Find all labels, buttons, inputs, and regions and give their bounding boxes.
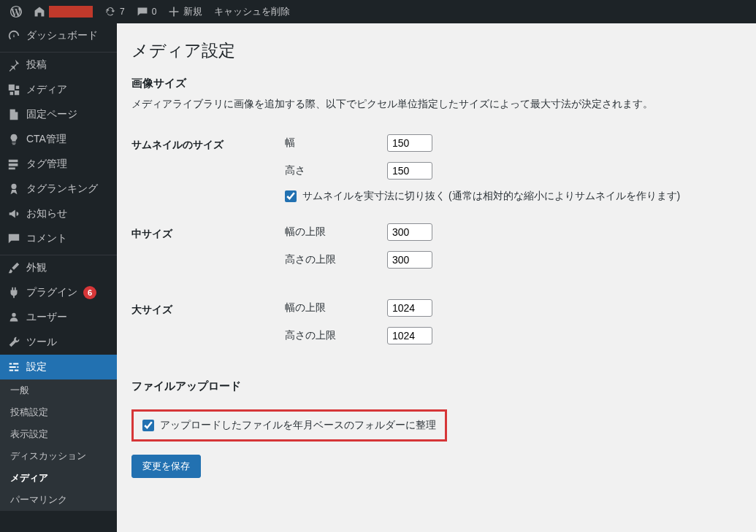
page-icon bbox=[7, 108, 20, 121]
sidebar-item-label: タグ管理 bbox=[26, 158, 67, 171]
sidebar-item-label: コメント bbox=[26, 232, 67, 245]
sidebar-item-label: 外観 bbox=[26, 261, 47, 274]
megaphone-icon bbox=[7, 207, 20, 220]
home-icon bbox=[34, 6, 45, 18]
main-content: メディア設定 画像サイズ メディアライブラリに画像を追加する際、以下でピクセル単… bbox=[117, 23, 756, 507]
sliders-icon bbox=[7, 361, 20, 374]
new-content-link[interactable]: 新規 bbox=[162, 0, 208, 23]
upload-organize-highlight: アップロードしたファイルを年月ベースのフォルダーに整理 bbox=[131, 409, 447, 442]
sidebar-item-pages[interactable]: 固定ページ bbox=[0, 102, 117, 127]
submenu-writing[interactable]: 投稿設定 bbox=[0, 401, 117, 423]
thumbnail-crop-checkbox[interactable] bbox=[285, 190, 297, 202]
medium-height-label: 高さの上限 bbox=[285, 253, 387, 266]
sidebar-item-label: 投稿 bbox=[26, 58, 47, 72]
submenu-permalink[interactable]: パーマリンク bbox=[0, 489, 117, 507]
admin-sidebar: ダッシュボード 投稿 メディア 固定ページ CTA管理 タグ管理 タグランキング… bbox=[0, 23, 117, 507]
sidebar-item-cta[interactable]: CTA管理 bbox=[0, 127, 117, 152]
tag-icon bbox=[7, 158, 20, 171]
sidebar-item-plugins[interactable]: プラグイン 6 bbox=[0, 280, 117, 305]
wordpress-icon bbox=[10, 6, 22, 18]
image-sizes-table: サムネイルのサイズ 幅 高さ サムネイルを実寸法に切り抜く (通常は相対的な縮小… bbox=[131, 124, 741, 365]
sidebar-item-label: ダッシュボード bbox=[26, 29, 98, 42]
brush-icon bbox=[7, 261, 20, 274]
settings-submenu: 一般 投稿設定 表示設定 ディスカッション メディア パーマリンク bbox=[0, 379, 117, 507]
sidebar-item-tag-ranking[interactable]: タグランキング bbox=[0, 177, 117, 201]
thumbnail-heading: サムネイルのサイズ bbox=[131, 124, 278, 213]
site-home-link[interactable] bbox=[28, 0, 99, 23]
sidebar-item-label: ユーザー bbox=[26, 311, 67, 324]
sidebar-item-comments[interactable]: コメント bbox=[0, 226, 117, 251]
delete-cache-link[interactable]: キャッシュを削除 bbox=[208, 0, 296, 23]
thumbnail-width-label: 幅 bbox=[285, 136, 387, 150]
sidebar-item-label: お知らせ bbox=[26, 207, 67, 220]
cache-label: キャッシュを削除 bbox=[214, 5, 290, 18]
thumbnail-height-label: 高さ bbox=[285, 164, 387, 177]
comment-icon bbox=[137, 6, 148, 18]
wordpress-logo-menu[interactable] bbox=[4, 0, 28, 23]
medium-height-input[interactable] bbox=[387, 251, 432, 269]
pin-icon bbox=[7, 58, 20, 72]
medium-width-label: 幅の上限 bbox=[285, 225, 387, 239]
refresh-icon bbox=[104, 6, 116, 18]
sidebar-item-label: ツール bbox=[26, 336, 57, 349]
section-heading-upload: ファイルアップロード bbox=[131, 379, 741, 393]
updates-count: 7 bbox=[120, 7, 125, 17]
sidebar-item-settings[interactable]: 設定 bbox=[0, 355, 117, 379]
plus-icon bbox=[168, 6, 180, 18]
dashboard-icon bbox=[7, 29, 20, 42]
submenu-discussion[interactable]: ディスカッション bbox=[0, 445, 117, 467]
medium-heading: 中サイズ bbox=[131, 213, 278, 289]
media-icon bbox=[7, 83, 20, 96]
sidebar-item-tags[interactable]: タグ管理 bbox=[0, 152, 117, 177]
lightbulb-icon bbox=[7, 133, 20, 146]
sidebar-item-appearance[interactable]: 外観 bbox=[0, 255, 117, 280]
admin-toolbar: 7 0 新規 キャッシュを削除 bbox=[0, 0, 756, 23]
comments-link[interactable]: 0 bbox=[131, 0, 163, 23]
sidebar-item-label: メディア bbox=[26, 83, 67, 96]
image-sizes-description: メディアライブラリに画像を追加する際、以下でピクセル単位指定したサイズによって最… bbox=[131, 98, 741, 111]
thumbnail-width-input[interactable] bbox=[387, 134, 432, 152]
save-button[interactable]: 変更を保存 bbox=[131, 455, 201, 478]
comment-icon bbox=[7, 232, 20, 245]
sidebar-item-users[interactable]: ユーザー bbox=[0, 305, 117, 330]
new-label: 新規 bbox=[183, 5, 202, 18]
plug-icon bbox=[7, 286, 20, 299]
submenu-general[interactable]: 一般 bbox=[0, 379, 117, 401]
award-icon bbox=[7, 182, 20, 196]
large-width-label: 幅の上限 bbox=[285, 301, 387, 315]
large-height-label: 高さの上限 bbox=[285, 329, 387, 342]
sidebar-item-posts[interactable]: 投稿 bbox=[0, 52, 117, 77]
updates-link[interactable]: 7 bbox=[99, 0, 131, 23]
organize-uploads-checkbox[interactable] bbox=[142, 420, 154, 431]
submenu-media[interactable]: メディア bbox=[0, 467, 117, 489]
sidebar-item-dashboard[interactable]: ダッシュボード bbox=[0, 23, 117, 48]
sidebar-item-notices[interactable]: お知らせ bbox=[0, 201, 117, 226]
medium-width-input[interactable] bbox=[387, 223, 432, 241]
large-width-input[interactable] bbox=[387, 299, 432, 317]
plugins-update-badge: 6 bbox=[83, 286, 96, 299]
comments-count: 0 bbox=[152, 7, 157, 17]
sidebar-item-label: 固定ページ bbox=[26, 108, 77, 121]
sidebar-item-label: プラグイン bbox=[26, 286, 77, 299]
page-title: メディア設定 bbox=[131, 39, 741, 62]
submenu-reading[interactable]: 表示設定 bbox=[0, 423, 117, 445]
thumbnail-crop-label: サムネイルを実寸法に切り抜く (通常は相対的な縮小によりサムネイルを作ります) bbox=[302, 190, 680, 203]
sidebar-item-media[interactable]: メディア bbox=[0, 77, 117, 102]
wrench-icon bbox=[7, 336, 20, 349]
large-height-input[interactable] bbox=[387, 327, 432, 344]
sidebar-item-label: 設定 bbox=[26, 361, 47, 374]
large-heading: 大サイズ bbox=[131, 289, 278, 365]
user-icon bbox=[7, 311, 20, 324]
organize-uploads-label: アップロードしたファイルを年月ベースのフォルダーに整理 bbox=[160, 419, 436, 432]
section-heading-image-sizes: 画像サイズ bbox=[131, 77, 741, 90]
thumbnail-height-input[interactable] bbox=[387, 162, 432, 180]
sidebar-item-tools[interactable]: ツール bbox=[0, 330, 117, 355]
sidebar-item-label: CTA管理 bbox=[26, 133, 66, 146]
sidebar-item-label: タグランキング bbox=[26, 182, 98, 196]
site-name-redacted bbox=[49, 6, 93, 18]
